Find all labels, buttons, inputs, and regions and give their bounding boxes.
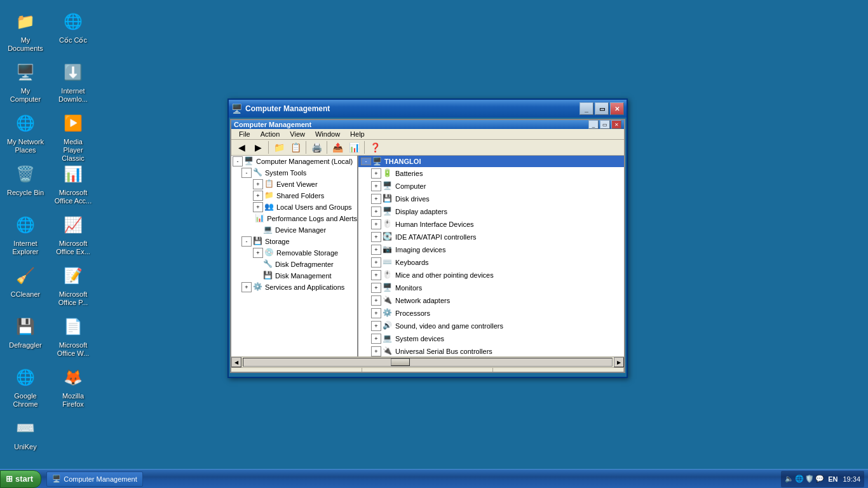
close-button[interactable]: ✕ bbox=[610, 102, 624, 115]
menu-view[interactable]: View bbox=[285, 129, 310, 139]
desktop-icon-internet-explorer[interactable]: 🌐Internet Explorer bbox=[3, 210, 48, 259]
desktop-icon-media-player[interactable]: ▶️Media Player Classic bbox=[51, 108, 95, 166]
ri-label-5: IDE ATA/ATAPI controllers bbox=[395, 233, 477, 241]
ri-expand-12[interactable]: + bbox=[371, 321, 381, 331]
inner-close[interactable]: ✕ bbox=[611, 120, 621, 129]
tree-diskmgmt[interactable]: 💾 Disk Management bbox=[231, 270, 357, 281]
toolbar-export[interactable]: 📤 bbox=[330, 140, 345, 155]
desktop-icon-mozilla-firefox[interactable]: 🦊Mozilla Firefox bbox=[51, 362, 95, 411]
ri-expand-1[interactable]: + bbox=[371, 181, 381, 191]
desktop-icon-coc-coc[interactable]: 🌐Cốc Cốc bbox=[51, 6, 95, 47]
inner-minimize[interactable]: _ bbox=[588, 120, 599, 129]
tree-eventviewer[interactable]: + 📋 Event Viewer bbox=[231, 179, 357, 190]
right-item[interactable]: +🖥️Monitors bbox=[358, 281, 624, 294]
tree-storage-expand[interactable]: - bbox=[241, 236, 252, 247]
right-item[interactable]: +📷Imaging devices bbox=[358, 243, 624, 256]
toolbar-print[interactable]: 🖨️ bbox=[309, 140, 324, 155]
ri-expand-14[interactable]: + bbox=[371, 346, 381, 356]
desktop-icon-my-network[interactable]: 🌐My Network Places bbox=[3, 108, 48, 157]
toolbar-panel[interactable]: 📋 bbox=[288, 140, 303, 155]
right-item[interactable]: +🖥️Display adapters bbox=[358, 205, 624, 218]
restore-button[interactable]: ▭ bbox=[595, 102, 609, 115]
ri-expand-13[interactable]: + bbox=[371, 334, 381, 344]
right-item[interactable]: +💾Disk drives bbox=[358, 193, 624, 205]
toolbar-help[interactable]: ❓ bbox=[367, 140, 383, 155]
tree-rm-expand[interactable]: + bbox=[253, 248, 263, 258]
right-item[interactable]: +🔊Sound, video and game controllers bbox=[358, 320, 624, 332]
start-button[interactable]: ⊞ start bbox=[0, 470, 41, 488]
right-item[interactable]: +💻System devices bbox=[358, 332, 624, 345]
ri-expand-7[interactable]: + bbox=[371, 257, 381, 268]
tree-storage[interactable]: - 💾 Storage bbox=[231, 236, 357, 247]
ri-expand-4[interactable]: + bbox=[371, 219, 381, 229]
right-item[interactable]: +🔌Universal Serial Bus controllers bbox=[358, 345, 624, 356]
right-root-expand[interactable]: - bbox=[361, 158, 371, 165]
desktop-icon-ms-office-ex[interactable]: 📈Microsoft Office Ex... bbox=[51, 210, 95, 259]
ri-expand-10[interactable]: + bbox=[371, 295, 381, 306]
right-item[interactable]: +💽IDE ATA/ATAPI controllers bbox=[358, 231, 624, 243]
menu-file[interactable]: File bbox=[234, 129, 255, 139]
right-item[interactable]: +🔋Batteries bbox=[358, 167, 624, 180]
menu-window[interactable]: Window bbox=[310, 129, 345, 139]
right-item[interactable]: +⚙️Processors bbox=[358, 307, 624, 320]
ri-expand-9[interactable]: + bbox=[371, 283, 381, 293]
tree-sf-expand[interactable]: + bbox=[253, 191, 263, 201]
scroll-right[interactable]: ▶ bbox=[614, 357, 624, 367]
scroll-thumb[interactable] bbox=[391, 358, 410, 366]
right-item[interactable]: +⌨️Keyboards bbox=[358, 256, 624, 269]
taskbar-item-cm[interactable]: 🖥️ Computer Management bbox=[46, 471, 143, 487]
tree-svc-expand[interactable]: + bbox=[241, 282, 252, 292]
desktop-icon-recycle-bin[interactable]: 🗑️Recycle Bin bbox=[3, 159, 48, 200]
scroll-left[interactable]: ◀ bbox=[231, 357, 241, 367]
toolbar-forward[interactable]: ▶ bbox=[250, 140, 266, 155]
ri-label-12: Sound, video and game controllers bbox=[395, 322, 503, 330]
right-pane-root[interactable]: - 🖥️ THANGLOI bbox=[358, 156, 624, 167]
menu-action[interactable]: Action bbox=[255, 129, 285, 139]
desktop-icon-internet-download[interactable]: ⬇️Internet Downlo... bbox=[51, 57, 95, 106]
tree-section-storage: - 💾 Storage + 💿 Removable Storage 🔧 Disk… bbox=[231, 236, 357, 281]
minimize-button[interactable]: _ bbox=[580, 102, 593, 115]
ri-expand-3[interactable]: + bbox=[371, 207, 381, 217]
desktop-icon-label-ms-office-ex: Microsoft Office Ex... bbox=[53, 240, 93, 256]
ri-expand-5[interactable]: + bbox=[371, 232, 381, 242]
scroll-track[interactable] bbox=[243, 358, 613, 367]
desktop-icon-ms-office-w[interactable]: 📄Microsoft Office W... bbox=[51, 311, 95, 360]
desktop-icon-my-computer[interactable]: 🖥️My Computer bbox=[3, 57, 48, 106]
right-item[interactable]: +🖱️Mice and other pointing devices bbox=[358, 269, 624, 281]
desktop-icon-my-documents[interactable]: 📁My Documents bbox=[3, 6, 48, 55]
desktop-icon-ms-office-acc[interactable]: 📊Microsoft Office Acc... bbox=[51, 159, 95, 208]
ri-expand-0[interactable]: + bbox=[371, 168, 381, 179]
ri-expand-6[interactable]: + bbox=[371, 245, 381, 255]
tree-systemtools[interactable]: - 🔧 System Tools bbox=[231, 167, 357, 179]
tree-devicemanager[interactable]: 💻 Device Manager bbox=[231, 224, 357, 236]
desktop-icon-unikey[interactable]: ⌨️UniKey bbox=[3, 413, 48, 454]
toolbar-up[interactable]: 📁 bbox=[271, 140, 287, 155]
tree-root-expand[interactable]: - bbox=[233, 156, 243, 166]
ri-expand-8[interactable]: + bbox=[371, 270, 381, 280]
desktop-icon-label-coc-coc: Cốc Cốc bbox=[59, 36, 87, 44]
tree-localusers[interactable]: + 👥 Local Users and Groups bbox=[231, 201, 357, 213]
tree-services[interactable]: + ⚙️ Services and Applications bbox=[231, 281, 357, 293]
tree-removable[interactable]: + 💿 Removable Storage bbox=[231, 247, 357, 259]
tree-systemtools-expand[interactable]: - bbox=[241, 168, 252, 178]
desktop-icon-google-chrome[interactable]: 🌐Google Chrome bbox=[3, 362, 48, 411]
ri-expand-11[interactable]: + bbox=[371, 308, 381, 318]
desktop-icon-ms-office-p[interactable]: 📝Microsoft Office P... bbox=[51, 261, 95, 309]
right-item[interactable]: +🖱️Human Interface Devices bbox=[358, 218, 624, 231]
tree-root[interactable]: - 🖥️ Computer Management (Local) bbox=[231, 156, 357, 167]
tree-lu-expand[interactable]: + bbox=[253, 202, 263, 212]
toolbar-back[interactable]: ◀ bbox=[234, 140, 249, 155]
ri-expand-2[interactable]: + bbox=[371, 194, 381, 204]
inner-restore[interactable]: ▭ bbox=[600, 120, 610, 129]
tree-ev-expand[interactable]: + bbox=[253, 179, 263, 189]
desktop-icon-ccleaner[interactable]: 🧹CCleaner bbox=[3, 261, 48, 301]
tree-perflogs[interactable]: 📊 Performance Logs and Alerts bbox=[231, 213, 357, 224]
toolbar-view[interactable]: 📊 bbox=[346, 140, 362, 155]
menu-help[interactable]: Help bbox=[345, 129, 370, 139]
tree-sharedfolders[interactable]: + 📁 Shared Folders bbox=[231, 190, 357, 201]
right-item[interactable]: +🔌Network adapters bbox=[358, 294, 624, 307]
tree-defrag[interactable]: 🔧 Disk Defragmenter bbox=[231, 259, 357, 270]
right-item[interactable]: +🖥️Computer bbox=[358, 180, 624, 193]
tree-pl-label: Performance Logs and Alerts bbox=[267, 215, 357, 222]
desktop-icon-defraggler[interactable]: 💾Defraggler bbox=[3, 311, 48, 352]
